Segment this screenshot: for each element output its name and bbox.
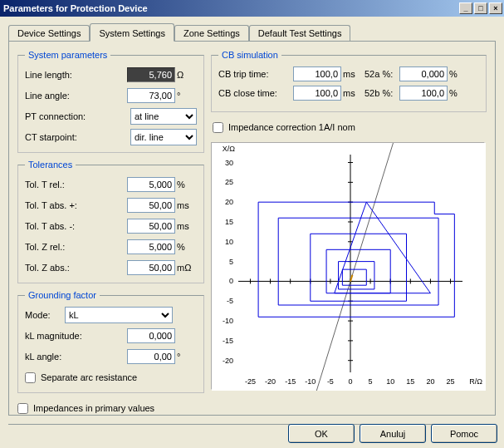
tab-device-settings[interactable]: Device Settings — [8, 25, 90, 41]
svg-text:15: 15 — [225, 218, 233, 226]
svg-text:-25: -25 — [245, 377, 256, 386]
svg-text:20: 20 — [225, 198, 233, 206]
maximize-button[interactable]: □ — [474, 2, 487, 14]
ok-button[interactable]: OK — [288, 424, 355, 443]
label-impedances-primary: Impedances in primary values — [33, 403, 154, 413]
group-grounding-factor: Grounding factor Mode: kL kL magnitude: … — [17, 290, 204, 393]
group-cb-simulation: CB simulation CB trip time: ms 52a %: % … — [211, 50, 487, 112]
impedance-chart: -25-20-15-10-50510152025-20-15-10-505101… — [211, 142, 485, 390]
input-tol-z-abs[interactable] — [127, 260, 175, 275]
select-pt-connection[interactable]: at line — [130, 108, 197, 125]
input-tol-t-abs-plus[interactable] — [127, 198, 175, 213]
tab-page: System parameters Line length: Ω Line an… — [8, 42, 496, 416]
input-line-angle[interactable] — [127, 88, 175, 103]
label-tol-z-abs: Tol. Z abs.: — [25, 263, 127, 273]
input-line-length[interactable] — [127, 67, 175, 82]
window-title: Parameters for Protection Device — [3, 3, 458, 13]
label-ct-starpoint: CT starpoint: — [25, 132, 130, 142]
svg-text:-5: -5 — [327, 377, 334, 386]
unit-line-length: Ω — [177, 70, 197, 80]
checkbox-impedances-primary[interactable] — [17, 403, 28, 414]
label-impedance-correction: Impedance correction 1A/I nom — [228, 122, 355, 132]
cancel-button[interactable]: Anuluj — [360, 424, 426, 443]
svg-text:-15: -15 — [223, 337, 233, 345]
input-tol-t-rel[interactable] — [127, 177, 175, 192]
unit-line-angle: ° — [177, 91, 197, 101]
svg-text:10: 10 — [386, 377, 394, 386]
svg-text:X/Ω: X/Ω — [223, 145, 236, 153]
label-separate-arc: Separate arc resistance — [41, 372, 137, 382]
tab-strip: Device Settings System Settings Zone Set… — [8, 23, 496, 42]
svg-text:-15: -15 — [285, 377, 296, 386]
label-52b: 52b %: — [365, 88, 399, 98]
label-tol-t-rel: Tol. T rel.: — [25, 180, 127, 190]
svg-text:0: 0 — [348, 377, 352, 386]
svg-text:15: 15 — [406, 377, 414, 386]
input-kl-magnitude[interactable] — [127, 328, 175, 343]
legend-system-parameters: System parameters — [25, 50, 110, 60]
dialog-body: Device Settings System Settings Zone Set… — [0, 17, 504, 421]
checkbox-impedance-correction[interactable] — [213, 122, 223, 133]
select-ct-starpoint[interactable]: dir. line — [130, 129, 197, 145]
unit-tol-t-abs-minus: ms — [177, 221, 197, 231]
input-52a[interactable] — [399, 66, 448, 81]
label-tol-t-abs-plus: Tol. T abs. +: — [25, 200, 127, 210]
svg-text:20: 20 — [426, 377, 434, 386]
input-52b[interactable] — [399, 86, 448, 101]
label-mode: Mode: — [25, 310, 65, 320]
unit-cb-trip: ms — [343, 69, 358, 79]
label-line-length: Line length: — [25, 70, 127, 80]
minimize-button[interactable]: _ — [459, 2, 472, 14]
tab-system-settings[interactable]: System Settings — [90, 23, 174, 42]
unit-tol-z-abs: mΩ — [177, 263, 197, 273]
svg-text:5: 5 — [229, 258, 233, 266]
svg-text:R/Ω: R/Ω — [469, 377, 482, 386]
unit-tol-z-rel: % — [177, 242, 197, 252]
unit-tol-t-abs-plus: ms — [177, 200, 197, 210]
label-cb-close: CB close time: — [218, 88, 293, 98]
svg-text:25: 25 — [447, 377, 455, 386]
label-kl-magnitude: kL magnitude: — [25, 331, 127, 341]
close-button[interactable]: × — [489, 2, 502, 14]
label-kl-angle: kL angle: — [25, 352, 127, 362]
svg-text:0: 0 — [229, 277, 233, 285]
input-tol-z-rel[interactable] — [127, 239, 175, 254]
svg-text:30: 30 — [225, 159, 233, 167]
checkbox-separate-arc[interactable] — [25, 372, 36, 383]
unit-52a: % — [449, 69, 464, 79]
svg-rect-0 — [212, 143, 486, 391]
tab-default-test-settings[interactable]: Default Test Settings — [249, 25, 351, 41]
label-line-angle: Line angle: — [25, 91, 127, 101]
unit-tol-t-rel: % — [177, 180, 197, 190]
input-tol-t-abs-minus[interactable] — [127, 219, 175, 234]
svg-text:-5: -5 — [227, 297, 233, 305]
svg-text:25: 25 — [225, 178, 233, 186]
label-pt-connection: PT connection: — [25, 111, 130, 121]
svg-text:-10: -10 — [223, 317, 233, 325]
group-tolerances: Tolerances Tol. T rel.: % Tol. T abs. +:… — [17, 160, 204, 283]
button-bar: OK Anuluj Pomoc — [288, 417, 497, 443]
help-button[interactable]: Pomoc — [431, 424, 497, 443]
label-cb-trip: CB trip time: — [218, 69, 293, 79]
input-kl-angle[interactable] — [127, 349, 175, 364]
svg-text:-20: -20 — [265, 377, 276, 386]
tab-zone-settings[interactable]: Zone Settings — [174, 25, 249, 41]
svg-text:10: 10 — [225, 238, 233, 246]
legend-cb-sim: CB simulation — [218, 50, 281, 60]
input-cb-close[interactable] — [293, 86, 341, 101]
select-mode[interactable]: kL — [65, 307, 173, 323]
svg-text:5: 5 — [369, 377, 373, 386]
label-tol-z-rel: Tol. Z rel.: — [25, 242, 127, 252]
legend-tolerances: Tolerances — [25, 160, 76, 170]
titlebar: Parameters for Protection Device _ □ × — [0, 0, 504, 17]
unit-52b: % — [449, 88, 464, 98]
group-system-parameters: System parameters Line length: Ω Line an… — [17, 50, 204, 153]
unit-cb-close: ms — [343, 88, 358, 98]
legend-grounding: Grounding factor — [25, 290, 100, 300]
label-tol-t-abs-minus: Tol. T abs. -: — [25, 221, 127, 231]
label-52a: 52a %: — [365, 69, 399, 79]
svg-text:-10: -10 — [305, 377, 316, 386]
input-cb-trip[interactable] — [293, 66, 341, 81]
svg-text:-20: -20 — [223, 357, 233, 365]
unit-kl-angle: ° — [177, 352, 197, 362]
